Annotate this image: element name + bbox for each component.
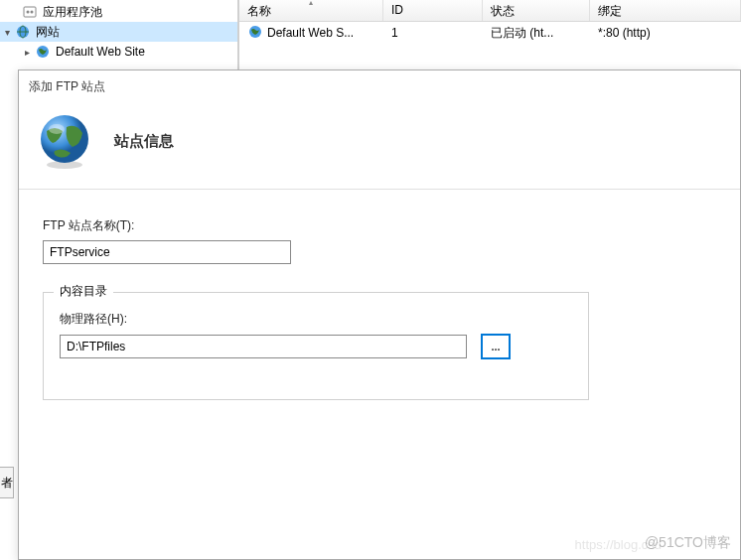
tree-label: 网站: [33, 24, 60, 41]
tree-item-default-site[interactable]: ▸ Default Web Site: [0, 42, 237, 62]
globe-icon: [247, 24, 263, 43]
browse-button[interactable]: ...: [481, 334, 511, 359]
expand-icon[interactable]: ▸: [22, 47, 33, 58]
svg-point-1: [27, 11, 30, 14]
fieldset-legend: 内容目录: [54, 283, 113, 300]
dialog-header: 站点信息: [19, 103, 740, 190]
watermark: @51CTO博客: [645, 534, 731, 552]
list-header: ▴ 名称 ID 状态 绑定: [239, 0, 741, 22]
app-pool-icon: [22, 4, 38, 20]
site-name-input[interactable]: [43, 240, 291, 264]
svg-point-10: [49, 124, 65, 134]
connections-tree: 应用程序池 ▾ 网站 ▸ Default Web Site: [0, 0, 238, 70]
cell-name: Default Web S...: [267, 26, 354, 40]
list-row[interactable]: Default Web S... 1 已启动 (ht... *:80 (http…: [239, 22, 741, 44]
dialog-title: 添加 FTP 站点: [19, 70, 740, 103]
form-body: FTP 站点名称(T): 内容目录 物理路径(H): ...: [19, 190, 740, 428]
site-name-label: FTP 站点名称(T):: [43, 217, 716, 234]
physical-path-input[interactable]: [60, 335, 467, 358]
cell-status: 已启动 (ht...: [483, 23, 590, 44]
sites-folder-icon: [15, 24, 31, 40]
svg-rect-0: [24, 7, 36, 17]
content-directory-fieldset: 内容目录 物理路径(H): ...: [43, 292, 589, 400]
column-header-binding[interactable]: 绑定: [590, 0, 741, 21]
column-header-status[interactable]: 状态: [483, 0, 590, 21]
sites-list: ▴ 名称 ID 状态 绑定 Default Web S... 1 已启动 (ht…: [238, 0, 741, 70]
tree-item-app-pools[interactable]: 应用程序池: [0, 2, 237, 22]
edge-tab[interactable]: 者: [0, 467, 14, 498]
svg-point-2: [31, 11, 34, 14]
dialog-header-title: 站点信息: [114, 132, 174, 151]
add-ftp-site-dialog: 添加 FTP 站点 站点信息 FTP 站点名称(T): 内容目录 物理路径(H)…: [18, 70, 741, 560]
sort-asc-icon: ▴: [309, 0, 313, 7]
physical-path-label: 物理路径(H):: [60, 311, 572, 328]
cell-id: 1: [383, 24, 483, 42]
column-header-name[interactable]: ▴ 名称: [239, 0, 383, 21]
cell-binding: *:80 (http): [590, 24, 741, 42]
globe-large-icon: [35, 111, 94, 171]
tree-label: Default Web Site: [53, 45, 145, 59]
column-header-id[interactable]: ID: [383, 0, 483, 21]
globe-icon: [35, 44, 51, 60]
collapse-icon[interactable]: ▾: [2, 27, 13, 38]
tree-item-sites[interactable]: ▾ 网站: [0, 22, 237, 42]
tree-label: 应用程序池: [40, 4, 102, 21]
